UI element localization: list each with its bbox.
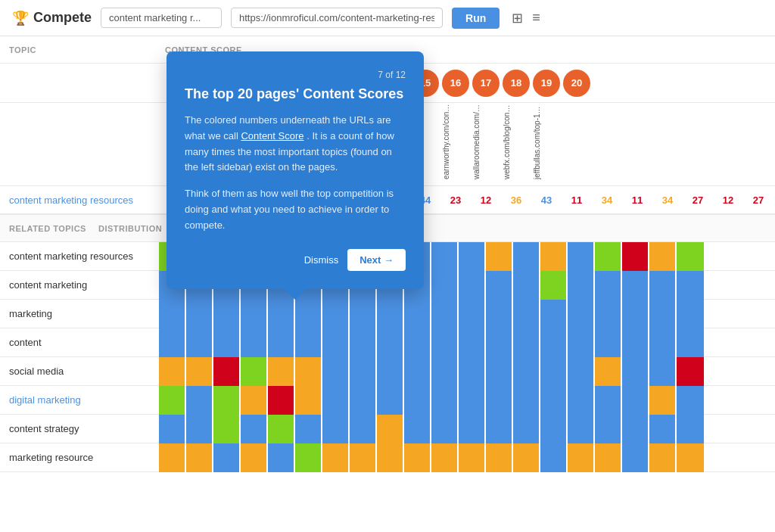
color-cell-4-16 — [595, 357, 622, 386]
color-cell-2-0 — [159, 300, 186, 328]
color-cell-3-15 — [568, 328, 595, 357]
dismiss-button[interactable]: Dismiss — [304, 254, 339, 266]
topic-label-4: social media — [0, 366, 159, 377]
color-cell-0-18 — [649, 242, 677, 271]
score-cell-11: 43 — [533, 194, 560, 206]
color-cell-4-15 — [568, 357, 595, 386]
color-cell-0-14 — [540, 242, 568, 271]
color-cell-5-18 — [649, 386, 677, 415]
url-cell-11[interactable]: jeffbullas.com/top-10-most-shared-conten… — [533, 104, 560, 179]
run-button[interactable]: Run — [452, 8, 500, 29]
color-cell-5-14 — [540, 386, 568, 415]
header: 🏆 Compete Run ⊞ ≡ — [0, 0, 775, 36]
menu-icon[interactable]: ≡ — [532, 10, 540, 26]
color-cell-1-10 — [431, 271, 459, 300]
color-cell-3-8 — [377, 328, 404, 357]
search-input[interactable] — [101, 8, 222, 28]
color-cell-7-4 — [268, 443, 295, 472]
url-text-10: webfx.com/blog/content/content-... — [503, 104, 512, 179]
url-text-11: jeffbullas.com/top-10-most-shared-conten… — [533, 104, 542, 179]
color-cell-5-19 — [677, 386, 704, 415]
color-cell-1-19 — [677, 271, 704, 300]
color-cell-4-2 — [213, 357, 241, 386]
topic-label-0: content marketing resources — [0, 250, 159, 262]
color-cell-1-11 — [459, 271, 486, 300]
color-cell-3-0 — [159, 328, 186, 357]
color-cell-0-15 — [568, 242, 595, 271]
color-cell-5-16 — [595, 386, 622, 415]
color-cell-6-15 — [568, 415, 595, 443]
topic-row-3: content — [0, 328, 775, 357]
color-cell-1-13 — [513, 271, 540, 300]
color-cell-2-17 — [622, 300, 649, 328]
color-cell-4-7 — [350, 357, 377, 386]
score-cell-14: 11 — [624, 194, 651, 206]
color-cell-2-18 — [649, 300, 677, 328]
color-cell-2-16 — [595, 300, 622, 328]
color-cells-row-3 — [159, 328, 775, 357]
topic-row-4: social media — [0, 357, 775, 386]
color-cell-6-11 — [459, 415, 486, 443]
color-cell-4-6 — [322, 357, 350, 386]
tooltip-body1: The colored numbers underneath the URLs … — [185, 113, 406, 176]
color-cell-7-7 — [350, 443, 377, 472]
color-cell-3-12 — [486, 328, 513, 357]
score-cell-10: 36 — [503, 194, 530, 206]
color-cell-4-5 — [295, 357, 322, 386]
color-cell-2-6 — [322, 300, 350, 328]
circle-18[interactable]: 18 — [503, 70, 530, 97]
color-cell-2-14 — [540, 300, 568, 328]
score-cell-9: 12 — [472, 194, 500, 206]
topic-row-5: digital marketing — [0, 386, 775, 415]
score-cell-18: 27 — [745, 194, 772, 206]
distribution-label: DISTRIBUTION — [98, 224, 162, 233]
color-cell-4-10 — [431, 357, 459, 386]
related-topics-label: RELATED TOPICS — [9, 224, 86, 233]
circle-16[interactable]: 16 — [442, 70, 469, 97]
color-cell-7-18 — [649, 443, 677, 472]
color-cell-4-0 — [159, 357, 186, 386]
url-cell-9[interactable]: wallaroomedia.com/blog/content/content-.… — [472, 104, 500, 179]
color-cell-6-10 — [431, 415, 459, 443]
topic-label-5[interactable]: digital marketing — [0, 394, 159, 406]
color-cells-row-6 — [159, 415, 775, 443]
color-cell-6-16 — [595, 415, 622, 443]
color-cells-row-4 — [159, 357, 775, 386]
color-cell-3-5 — [295, 328, 322, 357]
circle-19[interactable]: 19 — [533, 70, 560, 97]
color-cell-5-9 — [404, 386, 431, 415]
color-cell-2-1 — [186, 300, 213, 328]
circle-20[interactable]: 20 — [563, 70, 590, 97]
score-cell-12: 11 — [563, 194, 590, 206]
color-cell-5-8 — [377, 386, 404, 415]
url-cell-10[interactable]: webfx.com/blog/content/content-... — [503, 104, 530, 179]
color-cell-0-12 — [486, 242, 513, 271]
color-cell-5-15 — [568, 386, 595, 415]
tooltip-counter: 7 of 12 — [185, 70, 406, 80]
circle-17[interactable]: 17 — [472, 70, 500, 97]
content-score-link[interactable]: Content Score — [241, 130, 303, 142]
color-cell-3-10 — [431, 328, 459, 357]
tooltip-arrow — [285, 289, 306, 300]
topic-row-6: content strategy — [0, 415, 775, 443]
score-cell-8: 23 — [442, 194, 469, 206]
url-input[interactable] — [231, 8, 443, 28]
logo: 🏆 Compete — [12, 10, 92, 26]
color-cell-4-8 — [377, 357, 404, 386]
color-cell-4-4 — [268, 357, 295, 386]
color-cell-2-10 — [431, 300, 459, 328]
color-cell-3-17 — [622, 328, 649, 357]
color-cell-5-3 — [241, 386, 268, 415]
topic-header: TOPIC — [0, 45, 159, 54]
color-cell-4-18 — [649, 357, 677, 386]
color-cell-3-11 — [459, 328, 486, 357]
color-cells-row-7 — [159, 443, 775, 472]
tooltip-body2: Think of them as how well the top compet… — [185, 186, 406, 233]
color-cell-6-0 — [159, 415, 186, 443]
color-cell-4-17 — [622, 357, 649, 386]
url-cell-8[interactable]: earnworthy.com/content-marketing-writing… — [442, 104, 469, 179]
color-cell-7-5 — [295, 443, 322, 472]
color-cell-1-14 — [540, 271, 568, 300]
grid-icon[interactable]: ⊞ — [512, 10, 523, 26]
next-button[interactable]: Next → — [347, 249, 406, 271]
